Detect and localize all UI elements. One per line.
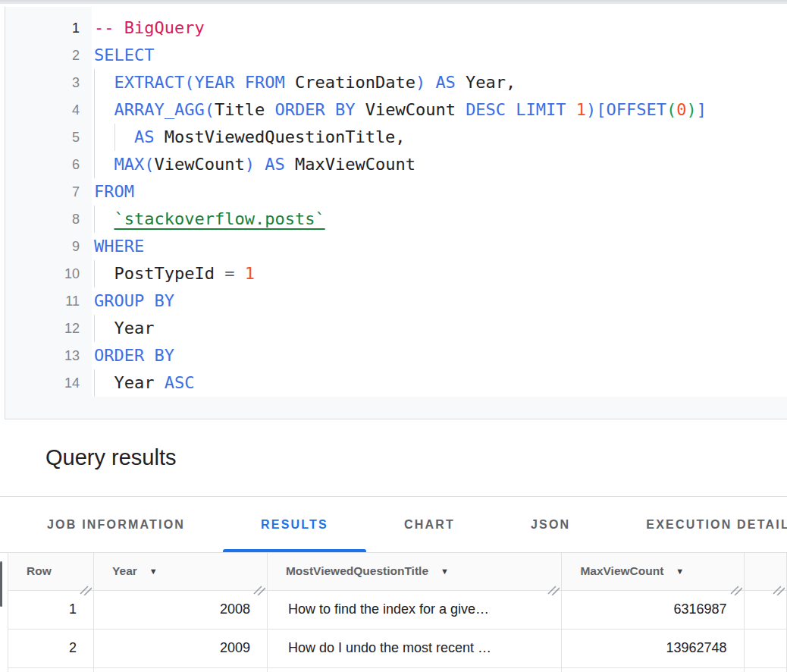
code-token	[234, 264, 244, 283]
cell-maxviewcount	[562, 667, 744, 672]
code-token: GROUP BY	[94, 291, 174, 310]
column-resize-grip[interactable]	[730, 583, 742, 595]
line-number: 8	[5, 206, 92, 233]
code-token: )[	[586, 100, 607, 119]
cell-extra	[744, 629, 786, 667]
code-token: AS	[134, 127, 155, 146]
query-results-panel: Query results	[0, 419, 787, 497]
column-header-mostviewedquestiontitle[interactable]: MostViewedQuestionTitle▼	[267, 553, 561, 590]
code-line[interactable]: EXTRACT(YEAR FROM CreationDate) AS Year,	[92, 69, 787, 96]
code-token	[94, 155, 114, 174]
sql-editor[interactable]: 1234567891011121314 -- BigQuerySELECT EX…	[5, 7, 787, 419]
code-line[interactable]: MAX(ViewCount) AS MaxViewCount	[92, 151, 787, 178]
code-line[interactable]: SELECT	[92, 42, 787, 69]
code-token: `stackoverflow.posts`	[114, 209, 325, 228]
results-tab-bar: JOB INFORMATIONRESULTSCHARTJSONEXECUTION…	[0, 497, 787, 553]
code-line[interactable]: ARRAY_AGG(Title ORDER BY ViewCount DESC …	[92, 96, 787, 124]
code-token: (	[184, 73, 194, 92]
sort-caret-icon[interactable]: ▼	[441, 567, 449, 576]
tab-results[interactable]: RESULTS	[223, 497, 366, 552]
code-token: MAX	[114, 155, 145, 174]
indent-guide	[94, 369, 95, 397]
cell-extra	[744, 590, 786, 629]
code-token	[425, 73, 435, 92]
code-token: DESC LIMIT	[466, 100, 566, 119]
code-token: PostTypeId	[94, 264, 224, 283]
code-token: 1	[245, 264, 255, 283]
tab-json[interactable]: JSON	[493, 497, 608, 552]
cell-maxviewcount: 6316987	[562, 590, 744, 629]
cell-year: 2009	[94, 629, 268, 667]
cell-row: 1	[8, 590, 94, 629]
code-line[interactable]: FROM	[92, 178, 787, 206]
tab-job-information[interactable]: JOB INFORMATION	[9, 497, 223, 552]
code-token: ORDER BY	[274, 100, 355, 119]
column-resize-grip[interactable]	[773, 583, 785, 595]
code-token: FROM	[94, 182, 134, 201]
column-header-label: MaxViewCount	[580, 564, 663, 577]
cell-mostviewedquestiontitle	[267, 667, 561, 672]
column-resize-grip[interactable]	[547, 583, 560, 595]
line-number: 10	[5, 260, 92, 287]
code-token: ViewCount	[355, 100, 466, 119]
column-header-maxviewcount[interactable]: MaxViewCount▼	[562, 553, 744, 590]
code-line[interactable]: Year	[92, 315, 787, 342]
line-number: 7	[5, 178, 92, 206]
code-token: 1	[576, 100, 586, 119]
indent-guide	[94, 124, 95, 151]
line-number: 5	[5, 124, 92, 151]
column-resize-grip[interactable]	[253, 583, 265, 595]
code-line[interactable]: WHERE	[92, 233, 787, 260]
code-token: AS	[265, 155, 285, 174]
line-number: 3	[5, 69, 92, 96]
column-header-label: MostViewedQuestionTitle	[286, 564, 428, 577]
code-token	[566, 100, 576, 119]
indent-guide	[94, 315, 95, 342]
code-token: ASC	[165, 373, 195, 392]
column-resize-grip[interactable]	[80, 583, 92, 595]
line-number: 1	[5, 14, 92, 42]
code-line[interactable]: GROUP BY	[92, 287, 787, 315]
results-table: RowYear▼MostViewedQuestionTitle▼MaxViewC…	[8, 553, 787, 672]
column-header-label: Row	[27, 564, 52, 577]
column-header-extra	[744, 553, 786, 590]
column-header-year[interactable]: Year▼	[94, 553, 268, 590]
code-line[interactable]: AS MostViewedQuestionTitle,	[92, 124, 787, 151]
tab-label: RESULTS	[261, 518, 328, 532]
tab-chart[interactable]: CHART	[366, 497, 493, 552]
line-number: 14	[5, 369, 92, 397]
code-token: (	[144, 155, 154, 174]
line-number: 6	[5, 151, 92, 178]
code-line[interactable]: PostTypeId = 1	[92, 260, 787, 287]
code-token: Year	[94, 319, 154, 338]
page-title: Query results	[45, 445, 176, 470]
tab-execution-details[interactable]: EXECUTION DETAILS	[608, 497, 787, 552]
code-token: MaxViewCount	[285, 155, 415, 174]
code-token: YEAR FROM	[194, 73, 284, 92]
cell-mostviewedquestiontitle: How do I undo the most recent …	[267, 629, 561, 667]
indent-guide	[114, 124, 115, 151]
code-token: ViewCount	[155, 155, 245, 174]
sort-caret-icon[interactable]: ▼	[149, 567, 158, 576]
table-row	[8, 667, 787, 672]
editor-code-area[interactable]: -- BigQuerySELECT EXTRACT(YEAR FROM Crea…	[92, 7, 787, 397]
code-line[interactable]: `stackoverflow.posts`	[92, 206, 787, 233]
code-token: (	[666, 100, 676, 119]
code-line[interactable]: Year ASC	[92, 369, 787, 397]
code-line[interactable]: -- BigQuery	[92, 14, 787, 42]
indent-guide	[94, 206, 95, 233]
scrollbar-thumb[interactable]	[0, 561, 2, 607]
line-number: 12	[5, 315, 92, 342]
sort-caret-icon[interactable]: ▼	[676, 567, 684, 576]
code-token: Year	[94, 373, 165, 392]
code-token: -- BigQuery	[94, 18, 205, 37]
code-line[interactable]: ORDER BY	[92, 342, 787, 369]
tab-label: CHART	[404, 518, 455, 532]
line-number: 4	[5, 96, 92, 124]
code-token: ORDER BY	[94, 346, 174, 365]
code-token: ARRAY_AGG	[114, 100, 205, 119]
code-token: Title	[215, 100, 274, 119]
table-row: 12008How to find the index for a give…63…	[8, 590, 787, 629]
editor-gutter: 1234567891011121314	[5, 7, 92, 419]
code-token: (	[205, 100, 215, 119]
